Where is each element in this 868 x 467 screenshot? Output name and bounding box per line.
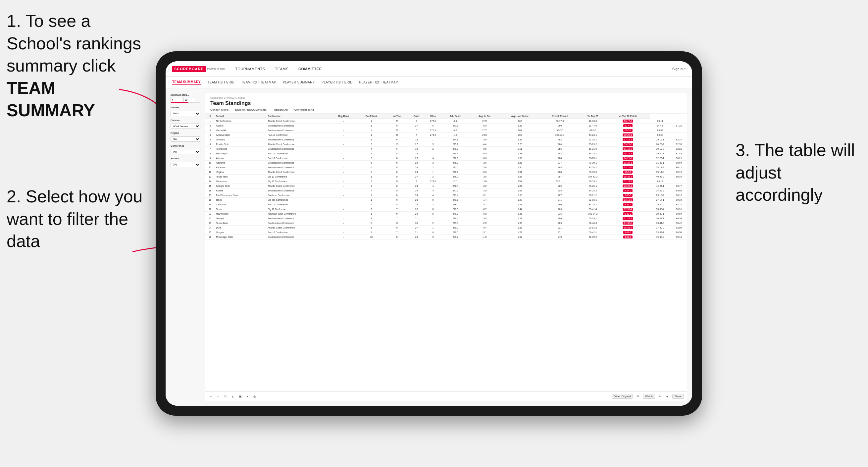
filter-summary-row: Gender: Men's Division: NCAA Division I … (210, 108, 682, 111)
filter-conference-select[interactable]: (All) (170, 149, 200, 154)
col-avg-par: Avg. to Par (470, 114, 499, 119)
toolbar-bookmark-icon[interactable]: ▣ (238, 394, 242, 399)
content-area: Minimum Rou... Gender Men's (165, 88, 692, 406)
table-row: 24DukeAtlantic Coast Conference-59271279… (205, 225, 687, 230)
filter-region-label: Region (170, 131, 200, 134)
table-row: 11ArkansasSoutheastern Conference-682422… (205, 165, 687, 170)
table-row: 26Mississippi StateSoutheastern Conferen… (205, 235, 687, 240)
logo-scoreboard: SCOREBOARD (172, 66, 206, 72)
table-row: 19CaliforniaPac-12 Conference-48242278.2… (205, 203, 687, 207)
filter-gender-select[interactable]: Men's (170, 111, 200, 116)
table-row: 20TexasBig 12 Conference-37208278.5-0.71… (205, 207, 687, 212)
table-header-section: Update time: 27/03/2024 16:56:26 Team St… (205, 93, 687, 114)
toolbar-forward-icon[interactable]: → (216, 394, 221, 399)
toolbar-eye-icon: 👁 (636, 394, 640, 399)
table-row: 9ArizonaPac-12 Conference-28234276.3-6.6… (205, 156, 687, 161)
toolbar-clock-icon[interactable]: ◍ (252, 394, 257, 399)
standings-data-table: # School Conference Reg Rank Conf Rank N… (205, 114, 687, 240)
table-row: 12VirginiaAtlantic Coast Conference-3824… (205, 170, 687, 175)
sub-nav: TEAM SUMMARY TEAM H2H GRID TEAM H2H HEAT… (165, 76, 692, 88)
table-row: 8WashingtonPac-12 Conference-28231276.3-… (205, 151, 687, 156)
col-vs-top25: Vs Top 25 (579, 114, 606, 119)
filter-division-select[interactable]: NCAA Division I (170, 124, 200, 129)
table-row: 10AlabamaSoutheastern Conference-5823327… (205, 161, 687, 165)
table-row: 21New MexicoMountain West Conference-192… (205, 212, 687, 216)
table-row: 16FloridaSoutheastern Conference-7924427… (205, 188, 687, 193)
view-original-button[interactable]: View: Original (612, 394, 633, 399)
col-no-tour: No Tour (386, 114, 408, 119)
filter-gender-label: Gender (170, 106, 200, 109)
sub-nav-team-summary[interactable]: TEAM SUMMARY (172, 80, 201, 85)
col-rank: # (205, 114, 215, 119)
nav-items: TOURNAMENTS TEAMS COMMITTEE (235, 66, 672, 71)
col-avg-low: Avg. Low Score (499, 114, 540, 119)
col-wins: Wins (425, 114, 441, 119)
col-conf-rank: Conf Rank (357, 114, 386, 119)
filter-division-label: Division (170, 119, 200, 122)
filter-school-select[interactable]: (All) (170, 162, 200, 167)
filter-region-select[interactable]: N/A (170, 136, 200, 142)
col-school: School (215, 114, 267, 119)
sub-nav-player-h2h-heatmap[interactable]: PLAYER H2H HEATMAP (359, 80, 398, 85)
table-row: 22GeorgiaSoutheastern Conference-8721127… (205, 216, 687, 221)
table-row: 3VanderbiltSoutheastern Conference-22352… (205, 128, 687, 133)
filter-gender: Gender Men's (170, 106, 200, 116)
filter-conference-label: Conference (170, 145, 200, 147)
filter-minimum-rank-label: Minimum Rou... (170, 93, 200, 96)
toolbar-back-icon[interactable]: ← (209, 394, 213, 399)
col-vs-top50: Vs Top 50 Points (607, 114, 650, 119)
filter-min-rank-from[interactable] (170, 97, 182, 102)
sub-nav-player-h2h-grid[interactable]: PLAYER H2H GRID (321, 80, 353, 85)
sub-nav-player-summary[interactable]: PLAYER SUMMARY (283, 80, 315, 85)
toolbar-settings-icon[interactable]: ● (245, 394, 250, 399)
table-row: 4Arizona StatePac-12 Conference-1264274.… (205, 133, 687, 137)
toolbar-dropdown-icon[interactable]: ▼ (658, 394, 662, 399)
table-row: 17East Tennessee StateSouthern Conferenc… (205, 193, 687, 198)
toolbar-share-icon[interactable]: ▲ (230, 394, 235, 399)
table-row: 25OregonPac-12 Conference-97210279.5-3.1… (205, 230, 687, 235)
sub-nav-team-h2h-grid[interactable]: TEAM H2H GRID (207, 80, 235, 85)
col-rnds: Rnds (408, 114, 425, 119)
nav-bar: SCOREBOARD Powered by clippi TOURNAMENTS… (165, 61, 692, 76)
logo-sub: Powered by clippi (207, 68, 225, 70)
table-row: 1North CarolinaAtlantic Coast Conference… (205, 119, 687, 124)
toolbar-refresh-icon[interactable]: ↻ (223, 394, 228, 399)
tablet-frame: SCOREBOARD Powered by clippi TOURNAMENTS… (156, 51, 702, 416)
table-row: 5Ole MissSoutheastern Conference-3618127… (205, 137, 687, 142)
tablet-screen: SCOREBOARD Powered by clippi TOURNAMENTS… (165, 61, 692, 406)
table-row: 15Georgia TechAtlantic Coast Conference-… (205, 184, 687, 188)
filters-panel: Minimum Rou... Gender Men's (170, 93, 200, 401)
filter-min-rank-to[interactable] (183, 97, 195, 102)
filter-slider-fill (170, 102, 188, 103)
col-adj-score: Adj. Score (441, 114, 470, 119)
filter-school: School (All) (170, 157, 200, 167)
table-row: 18IllinoisBig Ten Conference-19230279.1-… (205, 198, 687, 203)
instruction-step3: 3. The table will adjust accordingly (736, 139, 861, 206)
watch-button[interactable]: Watch (643, 394, 655, 399)
share-button[interactable]: Share (672, 394, 684, 399)
col-reg-rank: Reg Rank (330, 114, 357, 119)
bottom-toolbar: ← → ↻ ▲ ▣ ● ◍ View: Original 👁 Watch ▼ ■… (205, 392, 687, 401)
table-row: 14OklahomaBig 12 Conference-2242279.5-3.… (205, 179, 687, 184)
main-area: Update time: 27/03/2024 16:56:26 Team St… (205, 93, 687, 401)
table-title: Team Standings (210, 100, 251, 106)
table-row: 23Texas A&MSoutheastern Conference-91030… (205, 221, 687, 225)
col-conference: Conference (267, 114, 330, 119)
filter-school-label: School (170, 157, 200, 160)
table-row: 6Florida StateAtlantic Coast Conference-… (205, 142, 687, 147)
nav-committee[interactable]: COMMITTEE (299, 66, 322, 71)
standings-table: # School Conference Reg Rank Conf Rank N… (205, 114, 687, 392)
toolbar-grid-icon[interactable]: ■ (665, 394, 670, 399)
nav-tournaments[interactable]: TOURNAMENTS (235, 66, 265, 71)
update-time-label: Update time: 27/03/2024 16:56:26 (210, 97, 251, 99)
sub-nav-team-h2h-heatmap[interactable]: TEAM H2H HEATMAP (241, 80, 276, 85)
filter-division: Division NCAA Division I (170, 119, 200, 129)
filter-conference: Conference (All) (170, 145, 200, 155)
sign-out-button[interactable]: Sign out (672, 67, 685, 71)
filter-slider-track (170, 102, 200, 103)
table-header-row: # School Conference Reg Rank Conf Rank N… (205, 114, 687, 119)
logo-area: SCOREBOARD Powered by clippi (172, 66, 225, 72)
filter-minimum-rank: Minimum Rou... (170, 93, 200, 103)
nav-teams[interactable]: TEAMS (275, 66, 288, 71)
table-row: 2AuburnSoutheastern Conference-19276273.… (205, 124, 687, 128)
